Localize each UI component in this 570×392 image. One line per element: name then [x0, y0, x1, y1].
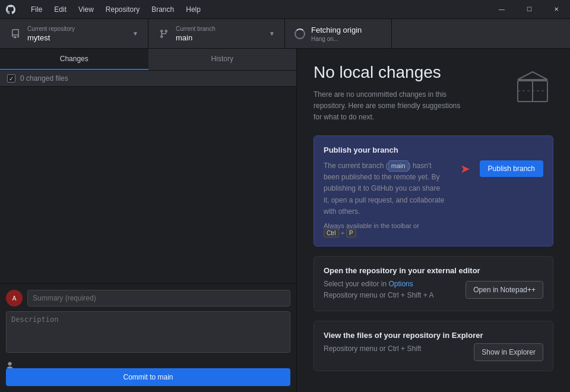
branch-name: main — [176, 33, 216, 42]
editor-text-pre: Select your editor in — [324, 280, 388, 288]
changes-count: 0 changed files — [20, 74, 68, 83]
menu-help[interactable]: Help — [181, 3, 205, 16]
publish-card-content: The current branch (main) hasn't been pu… — [324, 160, 446, 236]
tab-history[interactable]: History — [148, 49, 297, 70]
plus-sign: + — [341, 229, 346, 236]
current-repo-section[interactable]: Current repository mytest ▼ — [0, 19, 148, 48]
arrow-right-icon: ➤ — [460, 162, 470, 176]
fetch-label: Fetching origin — [311, 26, 362, 34]
no-changes-title: No local changes — [314, 63, 468, 82]
repo-info: Current repository mytest — [27, 26, 75, 42]
menu-file[interactable]: File — [26, 3, 47, 16]
left-panel: Changes History 0 changed files A Commit… — [0, 49, 297, 392]
illustration-area — [512, 63, 553, 106]
repo-icon — [10, 28, 21, 40]
right-panel: No local changes There are no uncommitte… — [297, 49, 570, 392]
avatar: A — [6, 290, 23, 306]
explorer-shortcut: Repository menu or Ctrl + Shift — [324, 344, 421, 353]
explorer-card-body: Repository menu or Ctrl + Shift Show in … — [324, 343, 543, 361]
current-branch-section[interactable]: Current branch main ▼ — [148, 19, 285, 48]
editor-card-body: Select your editor in Options Repository… — [324, 279, 543, 301]
branch-info: Current branch main — [176, 26, 216, 42]
branch-chevron-icon: ▼ — [269, 30, 275, 37]
options-link[interactable]: Options — [388, 280, 413, 288]
summary-row: A — [6, 290, 290, 306]
publish-arrow-btn: ➤ Publish branch — [455, 160, 543, 177]
titlebar-left: File Edit View Repository Branch Help — [5, 3, 205, 16]
maximize-button[interactable]: ☐ — [515, 0, 543, 19]
open-editor-button[interactable]: Open in Notepad++ — [466, 281, 543, 299]
changes-header: 0 changed files — [0, 71, 296, 87]
publish-card-title: Publish your branch — [324, 146, 543, 154]
add-coauthor-link[interactable] — [6, 359, 17, 368]
commit-area: A Commit to main — [0, 283, 296, 392]
explorer-card-title: View the files of your repository in Exp… — [324, 331, 543, 340]
fetch-spinner-icon — [294, 29, 305, 39]
publish-branch-button[interactable]: Publish branch — [480, 160, 543, 177]
editor-card-title: Open the repository in your external edi… — [324, 266, 543, 275]
branch-label: Current branch — [176, 26, 216, 32]
publish-shortcut: Always available in the toolbar or Ctrl … — [324, 222, 446, 236]
fetch-origin-section[interactable]: Fetching origin Hang on... — [285, 19, 392, 48]
titlebar: File Edit View Repository Branch Help — … — [0, 0, 570, 19]
menu-branch[interactable]: Branch — [147, 3, 179, 16]
editor-card-text: Select your editor in Options Repository… — [324, 279, 456, 301]
show-in-explorer-button[interactable]: Show in Explorer — [474, 343, 543, 361]
svg-marker-1 — [518, 72, 547, 80]
description-input[interactable] — [6, 311, 290, 353]
editor-shortcut: Repository menu or Ctrl + Shift + A — [324, 291, 433, 299]
main-layout: Changes History 0 changed files A Commit… — [0, 49, 570, 392]
explorer-card-text: Repository menu or Ctrl + Shift — [324, 343, 464, 355]
menu-repository[interactable]: Repository — [101, 3, 144, 16]
explorer-card: View the files of your repository in Exp… — [314, 321, 553, 371]
select-all-checkbox[interactable] — [7, 74, 15, 83]
minimize-button[interactable]: — — [488, 0, 515, 19]
tabs: Changes History — [0, 49, 296, 71]
changes-area — [0, 87, 296, 283]
publish-branch-card: Publish your branch The current branch (… — [314, 135, 553, 246]
publish-card-body: The current branch (main) hasn't been pu… — [324, 160, 543, 236]
editor-card: Open the repository in your external edi… — [314, 256, 553, 311]
titlebar-controls: — ☐ ✕ — [488, 0, 570, 19]
repo-chevron-icon: ▼ — [132, 30, 138, 37]
ctrl-key: Ctrl — [324, 229, 339, 238]
commit-footer — [6, 359, 290, 368]
no-changes-desc: There are no uncommitted changes in this… — [314, 89, 468, 124]
branch-icon — [158, 28, 170, 40]
toolbar: Current repository mytest ▼ Current bran… — [0, 19, 570, 49]
repo-label: Current repository — [27, 26, 75, 32]
publish-card-text: The current branch (main) hasn't been pu… — [324, 160, 446, 217]
summary-input[interactable] — [27, 290, 290, 306]
menu-edit[interactable]: Edit — [49, 3, 71, 16]
right-header-row: No local changes There are no uncommitte… — [314, 63, 553, 135]
publish-text-before: The current branch ( — [324, 162, 388, 170]
tab-changes[interactable]: Changes — [0, 49, 148, 70]
app-icon — [5, 4, 17, 15]
repo-name: mytest — [27, 33, 75, 42]
close-button[interactable]: ✕ — [543, 0, 570, 19]
publish-branch-pill: main — [388, 160, 408, 172]
menu-bar: File Edit View Repository Branch Help — [26, 3, 205, 16]
fetch-info: Fetching origin Hang on... — [311, 26, 362, 42]
p-key: P — [346, 229, 356, 238]
commit-button[interactable]: Commit to main — [6, 368, 290, 386]
no-changes-header: No local changes There are no uncommitte… — [314, 63, 468, 135]
fetch-sublabel: Hang on... — [311, 36, 362, 42]
menu-view[interactable]: View — [74, 3, 99, 16]
